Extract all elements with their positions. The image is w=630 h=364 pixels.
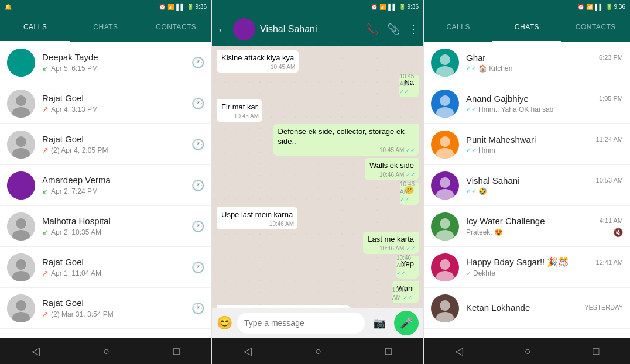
- call-name: Amardeep Verma: [42, 175, 191, 185]
- middle-status-right: ⏰ 📶 ▌▌ 🔋 9:36: [371, 4, 419, 10]
- recents-nav-icon[interactable]: □: [173, 345, 180, 358]
- msg-time: 10:45 AM: [271, 63, 295, 71]
- right-time: 9:36: [614, 4, 625, 10]
- call-detail: ↙ Apr 5, 6:15 PM: [42, 64, 191, 73]
- middle-signal-icon: ▌▌: [388, 4, 396, 10]
- call-item[interactable]: Rajat Goel ↗ (2) Mar 31, 3:54 PM 🕐: [0, 288, 211, 329]
- svg-point-34: [440, 300, 450, 311]
- svg-point-1: [16, 95, 26, 106]
- preview-text: Hmm: [478, 146, 495, 154]
- call-info-icon[interactable]: 🕐: [191, 302, 204, 315]
- muted-icon: 🔇: [613, 228, 623, 237]
- left-notification-icon: 🔔: [5, 4, 12, 10]
- chat-list-item[interactable]: Ghar 6:23 PM ✓✓ 🏠 Kitchen: [424, 42, 630, 83]
- chat-item-top: Happy Bday Sagar!! 🎉🎊 12:41 AM: [466, 257, 623, 267]
- call-direction-icon: ↗: [42, 310, 49, 318]
- call-info-icon[interactable]: 🕐: [191, 261, 204, 274]
- left-tab-calls[interactable]: CALLS: [0, 13, 70, 42]
- call-item[interactable]: Rajat Goel ↗ (2) Apr 4, 2:05 PM 🕐: [0, 124, 211, 165]
- chat-item-name: Happy Bday Sagar!! 🎉🎊: [466, 257, 569, 267]
- call-item[interactable]: Amardeep Verma ↙ Apr 2, 7:24 PM 🕐: [0, 165, 211, 206]
- chat-back-button[interactable]: ←: [217, 23, 228, 36]
- chat-more-icon[interactable]: ⋮: [408, 23, 419, 36]
- avatar: [7, 90, 35, 118]
- msg-bubble-incoming: If we are winning tht time go fr bonus 1…: [217, 305, 350, 308]
- chat-body: Kisine attack kiya kya 10:45 AM Na 10:45…: [212, 46, 423, 308]
- home-nav-icon[interactable]: ○: [104, 345, 110, 358]
- chats-list: Ghar 6:23 PM ✓✓ 🏠 Kitchen Anand Gajbhiye…: [424, 42, 630, 338]
- right-tab-calls[interactable]: CALLS: [424, 13, 492, 42]
- right-recents-nav[interactable]: □: [593, 345, 599, 358]
- preview-text: 🏠 Kitchen: [478, 64, 512, 73]
- message-input[interactable]: [237, 313, 365, 334]
- chat-item-time: 1:05 PM: [599, 95, 623, 102]
- chat-list-item[interactable]: Punit Maheshwari 11:24 AM ✓✓ Hmm: [424, 124, 630, 165]
- chat-avatar: [431, 294, 459, 322]
- chat-item-top: Punit Maheshwari 11:24 AM: [466, 135, 623, 145]
- mic-icon: 🎤: [400, 317, 413, 329]
- left-tab-chats[interactable]: CHATS: [70, 13, 141, 42]
- call-name: Rajat Goel: [42, 134, 191, 144]
- camera-button[interactable]: 📷: [369, 317, 389, 329]
- call-time: Apr 4, 3:13 PM: [51, 105, 98, 114]
- middle-home-nav[interactable]: ○: [316, 345, 322, 358]
- chat-attachment-icon[interactable]: 📎: [387, 23, 400, 36]
- call-detail: ↗ (2) Mar 31, 3:54 PM: [42, 310, 191, 318]
- chat-item-info: Happy Bday Sagar!! 🎉🎊 12:41 AM ✓ Dekhte: [466, 257, 623, 277]
- chat-list-item[interactable]: Anand Gajbhiye 1:05 PM ✓✓ Hmm.. Yaha OK …: [424, 83, 630, 124]
- chat-list-item[interactable]: Ketan Lokhande YESTERDAY: [424, 288, 630, 329]
- avatar: [7, 253, 35, 281]
- call-detail: ↗ (2) Apr 4, 2:05 PM: [42, 146, 191, 154]
- chat-list-item[interactable]: Happy Bday Sagar!! 🎉🎊 12:41 AM ✓ Dekhte: [424, 247, 630, 288]
- right-tab-chats[interactable]: CHATS: [492, 13, 561, 42]
- chat-input-bar: 😊 📷 🎤: [212, 308, 423, 338]
- right-panel: ⏰ 📶 ▌▌ 🔋 9:36 CALLS CHATS CONTACTS: [424, 0, 630, 364]
- call-time: (2) Mar 31, 3:54 PM: [51, 310, 114, 318]
- chat-avatar: [431, 253, 459, 281]
- emoji-button[interactable]: 😊: [217, 315, 232, 331]
- call-direction-icon: ↗: [42, 269, 49, 277]
- chat-item-top: Vishal Sahani 10:53 AM: [466, 176, 623, 186]
- call-info-icon[interactable]: 🕐: [191, 56, 204, 69]
- right-tab-contacts[interactable]: CONTACTS: [561, 13, 630, 42]
- chat-item-top: Icy Water Challenge 4:11 AM: [466, 216, 623, 226]
- mic-button[interactable]: 🎤: [394, 311, 419, 335]
- right-alarm-icon: ⏰: [577, 4, 584, 10]
- call-name: Deepak Tayde: [42, 52, 191, 62]
- svg-point-13: [16, 300, 26, 311]
- call-item[interactable]: Malhotra Hospital ↙ Apr 2, 10:35 AM 🕐: [0, 206, 211, 247]
- call-info-icon[interactable]: 🕐: [191, 97, 204, 110]
- right-bottom-nav: ◁ ○ □: [424, 338, 630, 364]
- middle-back-nav[interactable]: ◁: [244, 345, 252, 358]
- call-info: Amardeep Verma ↙ Apr 2, 7:24 PM: [42, 175, 191, 195]
- call-info-icon[interactable]: 🕐: [191, 179, 204, 192]
- call-info-icon[interactable]: 🕐: [191, 138, 204, 151]
- middle-time: 9:36: [408, 4, 419, 10]
- msg-bubble-outgoing: Walls ek side 10:46 AM ✓✓: [365, 158, 419, 180]
- right-back-nav[interactable]: ◁: [455, 345, 463, 358]
- call-direction-icon: ↗: [42, 105, 49, 114]
- middle-bottom-nav: ◁ ○ □: [212, 338, 423, 364]
- avatar: [7, 131, 35, 159]
- chat-item-time: 6:23 PM: [599, 54, 623, 61]
- call-item[interactable]: Rajat Goel ↗ Apr 1, 11:04 AM 🕐: [0, 247, 211, 288]
- chat-list-item[interactable]: Icy Water Challenge 4:11 AM Prateek: 😍 🔇: [424, 206, 630, 247]
- chat-list-item[interactable]: Vishal Sahani 10:53 AM ✓✓ 🤣: [424, 165, 630, 206]
- chat-call-icon[interactable]: 📞: [366, 23, 379, 36]
- back-nav-icon[interactable]: ◁: [32, 345, 40, 358]
- call-time: Apr 1, 11:04 AM: [51, 269, 101, 277]
- right-home-nav[interactable]: ○: [525, 345, 531, 358]
- call-time: Apr 5, 6:15 PM: [51, 64, 98, 73]
- left-tab-contacts[interactable]: CONTACTS: [141, 13, 211, 42]
- chat-header: ← Vishal Sahani 📞 📎 ⋮: [212, 13, 423, 46]
- left-panel: 🔔 ⏰ 📶 ▌▌ 🔋 9:36 CALLS CHATS CONTACTS Dee…: [0, 0, 212, 364]
- middle-recents-nav[interactable]: □: [385, 345, 392, 358]
- call-info-icon[interactable]: 🕐: [191, 220, 204, 233]
- svg-point-19: [440, 95, 450, 106]
- call-item[interactable]: Rajat Goel ↗ Apr 4, 3:13 PM 🕐: [0, 83, 211, 124]
- call-item[interactable]: Deepak Tayde ↙ Apr 5, 6:15 PM 🕐: [0, 42, 211, 83]
- call-direction-icon: ↙: [42, 228, 49, 236]
- chat-item-preview: ✓✓ Hmm: [466, 146, 623, 154]
- left-signal-icon: ▌▌: [176, 4, 184, 10]
- chat-item-info: Ketan Lokhande YESTERDAY: [466, 303, 623, 314]
